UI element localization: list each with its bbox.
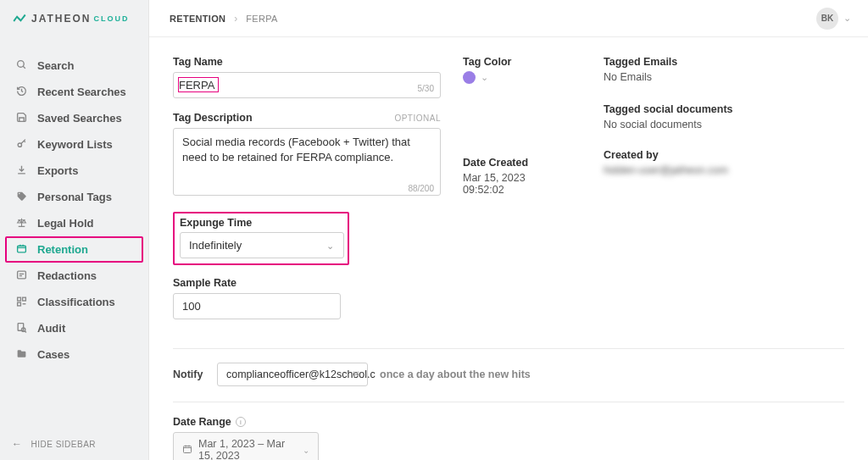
sidebar-item-exports[interactable]: Exports: [0, 158, 148, 184]
info-icon[interactable]: i: [236, 417, 246, 427]
recent-icon: [14, 86, 29, 99]
topbar: RETENTION › FERPA BK ⌄: [149, 0, 868, 37]
redactions-icon: [14, 269, 29, 283]
sidebar-item-legal-hold[interactable]: Legal Hold: [0, 210, 148, 236]
date-range-label-text: Date Range: [173, 416, 231, 428]
sidebar: JATHEON CLOUD Search Recent Searches S: [0, 0, 149, 460]
svg-rect-9: [17, 302, 20, 306]
svg-line-1: [23, 66, 25, 69]
color-swatch: [463, 71, 476, 84]
sample-rate-input[interactable]: [173, 293, 341, 319]
brand-logo: JATHEON CLOUD: [0, 0, 148, 37]
sample-rate-label: Sample Rate: [173, 277, 341, 289]
collapse-icon: ←: [12, 438, 23, 450]
svg-point-0: [17, 60, 24, 67]
tag-color-picker[interactable]: ⌄: [463, 71, 581, 84]
sidebar-item-label: Retention: [37, 243, 88, 256]
tagged-emails-label: Tagged Emails: [604, 56, 739, 68]
tagged-emails-value: No Emails: [604, 71, 739, 83]
hide-sidebar-button[interactable]: ← HIDE SIDEBAR: [0, 428, 148, 460]
search-icon: [14, 59, 29, 73]
sidebar-item-classifications[interactable]: Classifications: [0, 289, 148, 315]
main-panel: RETENTION › FERPA BK ⌄ Tag Name FERPA 5/…: [149, 0, 868, 460]
class-icon: [14, 296, 29, 309]
sidebar-item-label: Exports: [37, 164, 78, 177]
sidebar-item-keyword-lists[interactable]: Keyword Lists: [0, 131, 148, 158]
sidebar-item-recent-searches[interactable]: Recent Searches: [0, 79, 148, 105]
date-created-date: Mar 15, 2023: [463, 172, 581, 184]
sidebar-item-search[interactable]: Search: [0, 53, 148, 79]
svg-point-2: [18, 142, 21, 146]
brand-suffix: CLOUD: [93, 14, 129, 23]
sidebar-item-label: Redactions: [37, 269, 97, 282]
chevron-down-icon: ⌄: [303, 446, 309, 455]
sidebar-item-personal-tags[interactable]: Personal Tags: [0, 184, 148, 210]
tag-desc-label-text: Tag Description: [173, 112, 253, 124]
date-range-picker[interactable]: Mar 1, 2023 – Mar 15, 2023 ⌄: [173, 432, 319, 460]
saved-icon: [14, 112, 29, 125]
created-by-label: Created by: [604, 149, 739, 161]
sidebar-item-label: Search: [37, 59, 74, 72]
svg-rect-7: [17, 297, 20, 301]
optional-badge: OPTIONAL: [394, 114, 441, 123]
divider: [173, 402, 844, 402]
user-menu[interactable]: BK ⌄: [816, 8, 851, 30]
sidebar-item-label: Classifications: [37, 296, 115, 308]
svg-rect-11: [18, 323, 24, 330]
notify-desc: once a day about the new hits: [380, 369, 531, 380]
breadcrumb-root[interactable]: RETENTION: [170, 14, 225, 24]
tag-name-counter: 5/30: [418, 84, 434, 93]
tags-icon: [14, 191, 29, 204]
exports-icon: [14, 164, 29, 178]
sidebar-item-label: Saved Searches: [37, 112, 122, 125]
sidebar-item-label: Personal Tags: [37, 191, 112, 203]
expunge-select[interactable]: Indefinitely: [180, 232, 344, 258]
expunge-highlight: Expunge Time Indefinitely ⌄: [173, 212, 349, 265]
calendar-icon: [182, 444, 192, 457]
tag-desc-textarea[interactable]: [173, 128, 441, 196]
sidebar-item-retention[interactable]: Retention: [5, 236, 143, 263]
sidebar-nav: Search Recent Searches Saved Searches Ke…: [0, 37, 148, 428]
sidebar-item-label: Legal Hold: [37, 217, 93, 230]
content: Tag Name FERPA 5/30 Tag Description OPTI…: [149, 37, 868, 460]
divider: [173, 348, 844, 349]
tag-color-label: Tag Color: [463, 56, 581, 68]
svg-rect-4: [17, 271, 25, 279]
date-created-label: Date Created: [463, 157, 581, 169]
brand-name: JATHEON: [31, 13, 91, 25]
notify-email-chip[interactable]: complianceofficer@k12school.c ✕: [217, 363, 368, 386]
cases-icon: [14, 348, 29, 362]
sidebar-item-label: Keyword Lists: [37, 138, 113, 151]
date-created-time: 09:52:02: [463, 184, 581, 196]
expunge-label: Expunge Time: [180, 217, 342, 229]
sidebar-item-label: Audit: [37, 322, 65, 335]
breadcrumb-leaf: FERPA: [246, 14, 277, 24]
date-range-value: Mar 1, 2023 – Mar 15, 2023: [198, 438, 297, 460]
legal-icon: [14, 217, 29, 230]
tag-desc-counter: 88/200: [408, 184, 434, 193]
svg-rect-3: [17, 246, 25, 252]
date-range-label: Date Range i: [173, 416, 844, 428]
audit-icon: [14, 322, 29, 335]
created-by-value: hidden-user@jatheon.com: [604, 164, 739, 176]
tag-name-label: Tag Name: [173, 56, 441, 68]
chevron-down-icon: ⌄: [481, 72, 488, 83]
tag-desc-label: Tag Description OPTIONAL: [173, 112, 441, 124]
sidebar-item-audit[interactable]: Audit: [0, 315, 148, 341]
retention-icon: [14, 243, 29, 257]
remove-email-icon[interactable]: ✕: [352, 369, 360, 380]
sidebar-item-label: Recent Searches: [37, 86, 126, 98]
tagged-social-value: No social documents: [604, 119, 739, 130]
svg-rect-8: [22, 297, 25, 301]
notify-row: Notify complianceofficer@k12school.c ✕ o…: [173, 363, 844, 386]
brand-mark-icon: [12, 13, 27, 25]
sidebar-item-saved-searches[interactable]: Saved Searches: [0, 105, 148, 131]
tag-name-input[interactable]: [173, 72, 441, 98]
hide-sidebar-label: HIDE SIDEBAR: [31, 440, 97, 449]
sidebar-item-redactions[interactable]: Redactions: [0, 263, 148, 289]
sidebar-item-cases[interactable]: Cases: [0, 341, 148, 368]
notify-label: Notify: [173, 369, 205, 380]
key-icon: [14, 138, 29, 152]
sidebar-item-label: Cases: [37, 348, 70, 361]
chevron-right-icon: ›: [234, 13, 237, 25]
